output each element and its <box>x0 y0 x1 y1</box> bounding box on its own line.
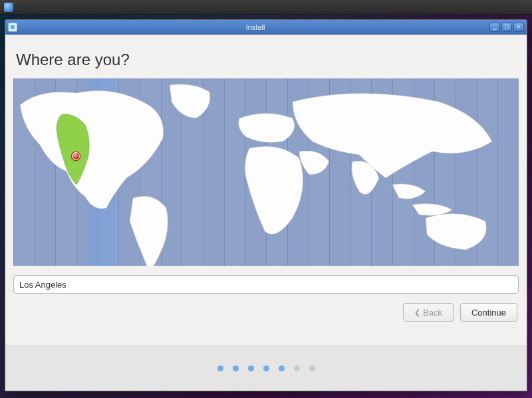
location-pin-icon <box>72 152 80 160</box>
close-button[interactable]: × <box>513 23 524 32</box>
location-row <box>13 275 519 294</box>
progress-dot <box>294 365 300 371</box>
minimize-button[interactable]: _ <box>489 23 500 32</box>
progress-dot <box>217 365 223 371</box>
progress-dot <box>279 365 285 371</box>
window-titlebar[interactable]: Install _ □ × <box>5 20 527 35</box>
page-heading: Where are you? <box>16 50 519 69</box>
progress-dot <box>263 365 269 371</box>
chevron-left-icon: ❮ <box>414 308 420 317</box>
window-controls: _ □ × <box>489 23 524 32</box>
timezone-map[interactable] <box>13 78 519 266</box>
app-icon <box>8 23 17 32</box>
window-title: Install <box>21 23 489 31</box>
maximize-button[interactable]: □ <box>501 23 512 32</box>
system-menu-icon[interactable] <box>4 3 13 12</box>
continue-button[interactable]: Continue <box>460 303 517 322</box>
progress-dot <box>248 365 254 371</box>
installer-window: Install _ □ × Where are you? <box>5 19 527 391</box>
progress-dots <box>5 346 527 391</box>
installer-content: Where are you? <box>5 35 527 346</box>
desktop-menubar <box>0 0 532 15</box>
progress-dot <box>233 365 239 371</box>
nav-buttons: ❮ Back Continue <box>13 303 519 322</box>
location-input[interactable] <box>13 275 519 294</box>
world-map-svg <box>13 78 519 266</box>
progress-dot <box>309 365 315 371</box>
back-button[interactable]: ❮ Back <box>403 303 454 322</box>
